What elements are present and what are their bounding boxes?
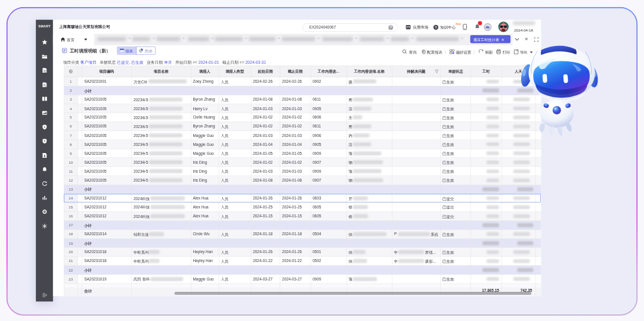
svg-text:?: ? xyxy=(435,26,437,29)
